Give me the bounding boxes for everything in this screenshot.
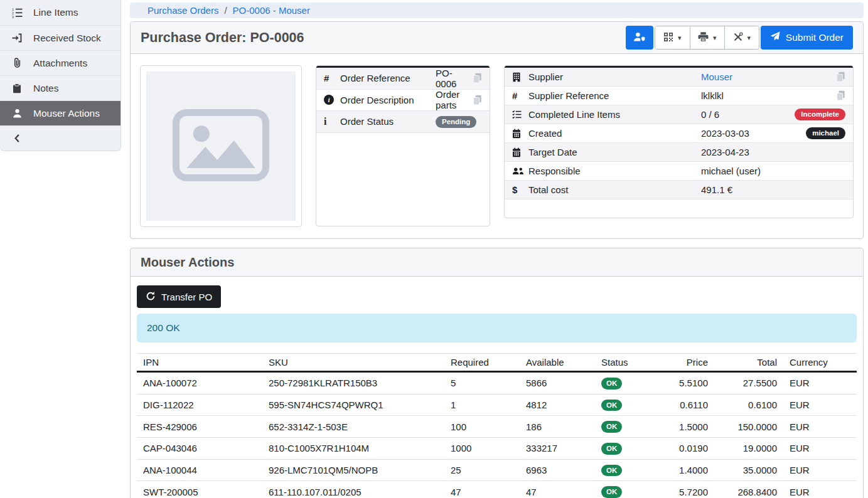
- copy-icon[interactable]: [473, 73, 482, 83]
- sidebar: 123 Line Items Received Stock Attachment…: [0, 0, 121, 151]
- cell-available: 333217: [520, 437, 595, 459]
- cell-available: 186: [520, 416, 595, 438]
- cell-total: 19.0000: [714, 437, 783, 459]
- sidebar-item-label: Line Items: [33, 7, 78, 18]
- cell-ipn: DIG-112022: [137, 394, 262, 416]
- ok-badge: OK: [601, 400, 622, 411]
- sidebar-item-label: Notes: [33, 83, 59, 94]
- detail-label: Supplier Reference: [528, 90, 701, 101]
- hashtag-icon: #: [512, 90, 528, 101]
- toolbar-button-group: ▾ ▾ ▾: [655, 26, 759, 50]
- cell-currency: EUR: [783, 481, 857, 498]
- detail-row-order-reference: # Order Reference PO-0006: [316, 68, 490, 90]
- cell-currency: EUR: [783, 372, 857, 395]
- cell-status: OK: [595, 459, 658, 481]
- breadcrumb-link-purchase-orders[interactable]: Purchase Orders: [147, 5, 218, 16]
- cell-sku: 595-SN74HCS74QPWRQ1: [262, 394, 444, 416]
- mouser-actions-panel: Mouser Actions Transfer PO 200 OK I: [130, 248, 864, 498]
- print-dropdown-button[interactable]: ▾: [690, 26, 724, 49]
- detail-label: Completed Line Items: [528, 109, 701, 120]
- list-ol-icon: 123: [11, 8, 23, 18]
- rotate-icon: [146, 291, 156, 303]
- cell-required: 25: [444, 459, 520, 481]
- transfer-po-button[interactable]: Transfer PO: [137, 285, 221, 308]
- total-cost-value: 491.1 €: [701, 184, 845, 195]
- paper-plane-icon: [770, 31, 780, 44]
- cell-sku: 810-C1005X7R1H104M: [262, 437, 444, 459]
- table-row: CAP-043046 810-C1005X7R1H104M 1000 33321…: [137, 437, 857, 459]
- cell-currency: EUR: [783, 416, 857, 438]
- submit-order-button[interactable]: Submit Order: [761, 26, 853, 50]
- caret-down-icon: ▾: [747, 34, 751, 42]
- sign-in-icon: [11, 33, 23, 43]
- mouser-actions-panel-header: Mouser Actions: [131, 248, 863, 277]
- main-content: Purchase Orders / PO-0006 - Mouser Purch…: [130, 0, 864, 498]
- sidebar-item-attachments[interactable]: Attachments: [0, 50, 121, 75]
- page-title: Purchase Order: PO-0006: [141, 30, 304, 46]
- responsible-value: michael (user): [701, 166, 845, 176]
- info-circle-icon: i: [324, 95, 340, 105]
- table-row: DIG-112022 595-SN74HCS74QPWRQ1 1 4812 OK…: [137, 394, 857, 416]
- copy-icon[interactable]: [836, 90, 845, 101]
- order-description-value: Order parts: [436, 89, 473, 110]
- list-check-icon: [512, 110, 528, 119]
- cell-ipn: ANA-100072: [137, 372, 262, 395]
- tools-dropdown-button[interactable]: ▾: [724, 26, 759, 49]
- cell-sku: 250-72981KLRATR150B3: [262, 372, 444, 395]
- completed-line-items-value: 0 / 6: [701, 109, 795, 120]
- detail-row-supplier: Supplier Mouser: [505, 68, 853, 87]
- status-alert-text: 200 OK: [147, 322, 180, 334]
- cell-price: 1.4000: [658, 459, 714, 481]
- table-row: SWT-200005 611-110.107.011/0205 47 47 OK…: [137, 481, 857, 498]
- purchase-order-panel: Purchase Order: PO-0006 ▾: [130, 21, 864, 239]
- detail-row-responsible: Responsible michael (user): [505, 162, 853, 181]
- breadcrumb-link-current-order[interactable]: PO-0006 - Mouser: [233, 5, 310, 16]
- cell-status: OK: [595, 437, 658, 459]
- sidebar-item-received-stock[interactable]: Received Stock: [0, 25, 121, 50]
- copy-icon[interactable]: [473, 95, 482, 105]
- admin-button[interactable]: [626, 26, 653, 50]
- barcode-dropdown-button[interactable]: ▾: [655, 26, 690, 49]
- supplier-value: Mouser: [701, 72, 836, 82]
- cell-ipn: SWT-200005: [137, 481, 262, 498]
- svg-text:3: 3: [12, 14, 14, 18]
- calendar-icon: [512, 129, 528, 139]
- detail-label: Order Status: [340, 116, 436, 127]
- copy-icon[interactable]: [836, 72, 845, 82]
- transfer-po-label: Transfer PO: [161, 292, 212, 302]
- detail-label: Order Description: [340, 95, 436, 105]
- detail-row-supplier-reference: # Supplier Reference lklklkl: [505, 87, 853, 105]
- order-status-value: Pending: [436, 115, 482, 128]
- detail-row-created: Created 2023-03-03 michael: [505, 124, 853, 143]
- status-badge: Pending: [436, 116, 476, 128]
- purchase-order-panel-header: Purchase Order: PO-0006 ▾: [131, 22, 863, 54]
- cell-sku: 926-LMC7101QM5/NOPB: [262, 459, 444, 481]
- sidebar-collapse-button[interactable]: [0, 125, 121, 151]
- cell-price: 1.5000: [658, 416, 714, 438]
- supplier-link[interactable]: Mouser: [701, 72, 732, 82]
- incomplete-badge: Incomplete: [795, 109, 845, 120]
- line-items-table: IPN SKU Required Available Status Price …: [137, 353, 857, 498]
- user-badge: michael: [806, 127, 845, 139]
- detail-row-completed-line-items: Completed Line Items 0 / 6 Incomplete: [505, 105, 853, 124]
- created-badge-wrap: michael: [806, 127, 845, 139]
- completed-badge-wrap: Incomplete: [795, 109, 845, 120]
- col-header-sku: SKU: [262, 354, 444, 372]
- cell-required: 5: [444, 372, 520, 395]
- image-icon: [172, 109, 270, 184]
- cell-price: 0.6110: [658, 394, 714, 416]
- col-header-available: Available: [520, 354, 595, 372]
- chevron-left-icon: [11, 134, 23, 143]
- order-image-card[interactable]: [140, 65, 302, 227]
- sidebar-item-mouser-actions[interactable]: Mouser Actions: [0, 100, 121, 125]
- detail-label: Total cost: [528, 184, 701, 195]
- col-header-required: Required: [444, 354, 520, 372]
- detail-label: Order Reference: [340, 73, 436, 83]
- supplier-reference-value: lklklkl: [701, 90, 836, 101]
- cell-price: 5.5100: [658, 372, 714, 395]
- tools-icon: [733, 32, 743, 44]
- order-details-card: # Order Reference PO-0006 i Order Descri…: [316, 65, 490, 226]
- user-shield-icon: [633, 31, 646, 44]
- sidebar-item-line-items[interactable]: 123 Line Items: [0, 0, 121, 25]
- sidebar-item-notes[interactable]: Notes: [0, 75, 121, 100]
